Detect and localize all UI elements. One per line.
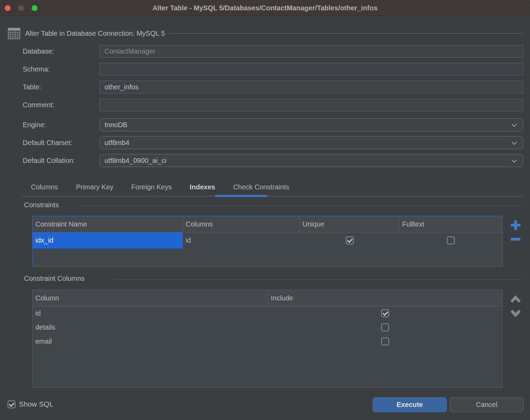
- plus-icon: [510, 219, 521, 231]
- chevron-down-icon: [511, 123, 517, 127]
- column-header-include[interactable]: Include: [268, 290, 502, 306]
- engine-select[interactable]: InnoDB: [100, 118, 523, 131]
- database-label: Database:: [23, 45, 54, 58]
- zoom-window-button[interactable]: [32, 5, 37, 11]
- default-collation-value: utf8mb4_0900_ai_ci: [104, 157, 166, 164]
- unique-checkbox[interactable]: [346, 236, 354, 244]
- constraints-section-title: Constraints: [24, 201, 59, 209]
- fulltext-cell: [399, 236, 502, 244]
- table-name-field[interactable]: other_infos: [100, 81, 523, 93]
- include-cell: [268, 309, 502, 317]
- default-charset-select[interactable]: utf8mb4: [100, 136, 523, 149]
- column-cell[interactable]: id: [33, 309, 268, 317]
- column-header-columns[interactable]: Columns: [183, 216, 300, 232]
- table-grid-icon: [8, 27, 21, 40]
- tab-check-constraints[interactable]: Check Constraints: [224, 183, 298, 191]
- table-row[interactable]: idx_id id: [33, 232, 502, 248]
- header-separator-line: [169, 33, 523, 34]
- table-row[interactable]: email: [33, 334, 502, 349]
- chevron-down-icon: [511, 159, 517, 163]
- chevron-down-icon: [510, 309, 521, 318]
- constraint-columns-cell[interactable]: id: [183, 236, 300, 244]
- move-down-button[interactable]: [509, 309, 522, 318]
- dialog-header-title: Alter Table in Database Connection: MySQ…: [25, 30, 165, 37]
- constraints-table-header: Constraint Name Columns Unique Fulltext: [33, 216, 502, 232]
- constraint-columns-section-line: [114, 279, 523, 280]
- tab-primary-key[interactable]: Primary Key: [67, 183, 122, 191]
- engine-label: Engine:: [23, 118, 46, 132]
- column-header-column[interactable]: Column: [33, 290, 268, 306]
- comment-label: Comment:: [23, 99, 54, 111]
- include-checkbox[interactable]: [381, 323, 389, 331]
- minus-icon: [510, 237, 521, 241]
- titlebar: Alter Table - MySQL 5/Databases/ContactM…: [0, 0, 530, 16]
- traffic-lights: [5, 5, 37, 11]
- default-collation-label: Default Collation:: [23, 154, 75, 167]
- column-cell[interactable]: details: [33, 323, 268, 331]
- chevron-down-icon: [511, 141, 517, 145]
- include-checkbox[interactable]: [381, 309, 389, 317]
- column-header-fulltext[interactable]: Fulltext: [399, 216, 502, 232]
- minimize-window-button[interactable]: [18, 5, 24, 11]
- column-cell[interactable]: email: [33, 338, 268, 345]
- execute-button[interactable]: Execute: [373, 397, 447, 412]
- chevron-up-icon: [510, 294, 521, 304]
- tab-columns[interactable]: Columns: [22, 183, 67, 191]
- comment-field[interactable]: [100, 99, 523, 111]
- constraints-table: Constraint Name Columns Unique Fulltext …: [32, 216, 503, 267]
- tab-foreign-keys[interactable]: Foreign Keys: [122, 183, 181, 191]
- default-charset-label: Default Charset:: [23, 136, 73, 150]
- include-cell: [268, 323, 502, 331]
- constraint-name-cell[interactable]: idx_id: [33, 232, 183, 248]
- add-constraint-button[interactable]: [509, 219, 522, 231]
- engine-value: InnoDB: [104, 121, 128, 129]
- constraints-section-line: [79, 206, 523, 206]
- fulltext-checkbox[interactable]: [447, 236, 455, 244]
- schema-label: Schema:: [23, 63, 50, 76]
- close-window-button[interactable]: [5, 5, 11, 11]
- include-checkbox[interactable]: [381, 338, 389, 345]
- show-sql-option: Show SQL: [8, 400, 53, 408]
- show-sql-checkbox[interactable]: [8, 400, 15, 408]
- unique-cell: [300, 236, 399, 244]
- constraint-columns-table: Column Include id details email: [32, 290, 503, 388]
- cancel-button[interactable]: Cancel: [450, 397, 523, 412]
- table-label: Table:: [23, 81, 41, 93]
- table-row[interactable]: details: [33, 320, 502, 334]
- active-tab-indicator: [215, 195, 267, 197]
- database-field[interactable]: ContactManager: [100, 45, 523, 58]
- show-sql-label: Show SQL: [19, 400, 53, 408]
- column-header-constraint-name[interactable]: Constraint Name: [33, 216, 183, 232]
- constraint-columns-table-header: Column Include: [33, 290, 502, 306]
- alter-table-dialog: Alter Table - MySQL 5/Databases/ContactM…: [0, 0, 530, 420]
- default-collation-select[interactable]: utf8mb4_0900_ai_ci: [100, 154, 523, 167]
- move-up-button[interactable]: [509, 294, 522, 304]
- window-title: Alter Table - MySQL 5/Databases/ContactM…: [153, 4, 378, 12]
- default-charset-value: utf8mb4: [104, 139, 129, 146]
- include-cell: [268, 338, 502, 345]
- dialog-header: Alter Table in Database Connection: MySQ…: [8, 26, 523, 41]
- tab-indexes[interactable]: Indexes: [181, 183, 224, 191]
- remove-constraint-button[interactable]: [509, 237, 522, 241]
- table-row[interactable]: id: [33, 306, 502, 320]
- schema-field[interactable]: [100, 63, 523, 76]
- tab-bar: Columns Primary Key Foreign Keys Indexes…: [22, 179, 298, 195]
- constraint-columns-section-title: Constraint Columns: [24, 275, 85, 283]
- column-header-unique[interactable]: Unique: [300, 216, 399, 232]
- tabs-baseline: [22, 196, 523, 197]
